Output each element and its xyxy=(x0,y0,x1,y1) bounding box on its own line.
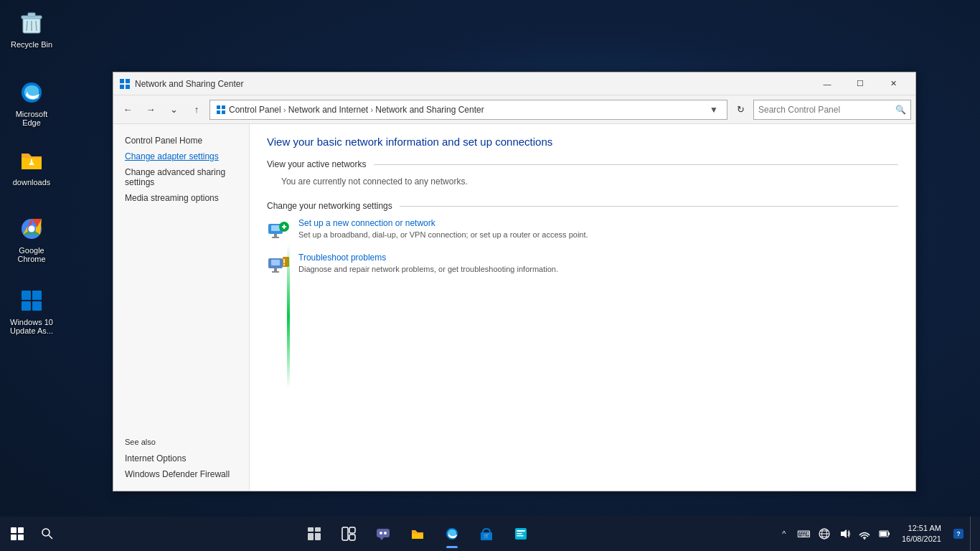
taskbar-explorer[interactable] xyxy=(402,518,433,550)
windows-update-icon xyxy=(17,286,46,315)
svg-rect-20 xyxy=(126,85,130,89)
sidebar-item-change-adapter-settings[interactable]: Change adapter settings xyxy=(113,149,249,164)
svg-rect-34 xyxy=(274,268,277,271)
winupdate-label: Windows 10 Update As... xyxy=(6,318,57,335)
desktop-icon-chrome[interactable]: Google Chrome xyxy=(3,212,60,266)
svg-rect-23 xyxy=(217,110,220,114)
desktop-icon-downloads[interactable]: downloads xyxy=(3,143,60,189)
taskbar-notification-icon[interactable]: ? xyxy=(950,525,967,542)
svg-line-3 xyxy=(27,21,27,31)
networking-settings-label: Change your networking settings xyxy=(267,201,392,211)
svg-rect-42 xyxy=(18,534,24,540)
window-title: Network and Sharing Center xyxy=(135,79,811,89)
maximize-button[interactable]: ☐ xyxy=(844,72,877,95)
svg-rect-70 xyxy=(888,532,890,535)
taskbar-battery-icon[interactable] xyxy=(876,525,893,542)
sidebar-item-media-streaming[interactable]: Media streaming options xyxy=(113,190,249,206)
svg-point-53 xyxy=(380,532,382,534)
networking-settings-header: Change your networking settings xyxy=(267,201,898,211)
forward-button[interactable]: → xyxy=(141,100,161,120)
desktop-icon-winupdate[interactable]: Windows 10 Update As... xyxy=(3,283,60,338)
active-networks-label: View your active networks xyxy=(267,159,367,169)
recycle-bin-icon xyxy=(17,9,46,37)
taskbar-edge[interactable] xyxy=(436,518,468,550)
control-panel-icon xyxy=(216,105,226,115)
breadcrumb-control-panel[interactable]: Control Panel xyxy=(229,105,281,115)
svg-point-12 xyxy=(29,226,35,232)
svg-rect-28 xyxy=(272,237,279,238)
breadcrumb-network-internet[interactable]: Network and Internet xyxy=(288,105,368,115)
taskbar-widgets[interactable] xyxy=(333,518,364,550)
svg-text:🛒: 🛒 xyxy=(484,532,490,539)
taskbar-chat[interactable] xyxy=(367,518,399,550)
svg-rect-13 xyxy=(22,291,31,300)
svg-rect-15 xyxy=(22,301,31,311)
setup-connection-item: Set up a new connection or network Set u… xyxy=(267,218,898,241)
system-tray-expand[interactable]: ^ xyxy=(776,525,793,542)
svg-rect-16 xyxy=(32,301,42,311)
sidebar-item-windows-defender[interactable]: Windows Defender Firewall xyxy=(113,466,249,482)
sidebar-see-also: See also Internet Options Windows Defend… xyxy=(113,426,249,482)
clock-time: 12:51 AM xyxy=(908,523,941,534)
start-button[interactable] xyxy=(0,517,34,551)
taskbar-news[interactable] xyxy=(505,518,537,550)
taskbar-clock[interactable]: 12:51 AM 16/08/2021 xyxy=(896,523,947,545)
desktop-icon-edge[interactable]: Microsoft Edge xyxy=(3,75,60,130)
svg-rect-41 xyxy=(11,534,17,540)
taskbar-store[interactable]: 🛒 xyxy=(471,518,502,550)
svg-rect-18 xyxy=(126,79,130,83)
minimize-button[interactable]: — xyxy=(811,72,844,95)
address-box[interactable]: Control Panel › Network and Internet › N… xyxy=(209,100,727,120)
svg-rect-39 xyxy=(11,527,17,533)
address-dropdown-button[interactable]: ▼ xyxy=(707,100,721,120)
troubleshoot-item: Troubleshoot problems Diagnose and repai… xyxy=(267,253,898,276)
sidebar-item-change-advanced-sharing[interactable]: Change advanced sharing settings xyxy=(113,164,249,190)
svg-rect-50 xyxy=(349,527,355,533)
search-icon[interactable]: 🔍 xyxy=(895,105,906,115)
address-bar: ← → ⌄ ↑ Control Panel › Network and Inte… xyxy=(113,95,915,124)
taskbar-speaker-icon[interactable] xyxy=(836,525,853,542)
svg-rect-61 xyxy=(517,533,522,534)
window-icon xyxy=(119,78,131,90)
taskbar-taskview[interactable] xyxy=(298,518,330,550)
svg-point-68 xyxy=(864,538,865,540)
taskbar-network-icon[interactable] xyxy=(856,525,873,542)
chrome-icon xyxy=(17,215,46,243)
svg-rect-8 xyxy=(31,159,32,164)
setup-connection-content: Set up a new connection or network Set u… xyxy=(298,218,898,240)
taskbar-language-icon[interactable] xyxy=(816,525,833,542)
desktop-icon-recycle-bin[interactable]: Recycle Bin xyxy=(3,6,60,52)
svg-point-38 xyxy=(283,264,285,265)
sidebar-item-internet-options[interactable]: Internet Options xyxy=(113,451,249,466)
svg-line-5 xyxy=(36,21,37,31)
chrome-label: Google Chrome xyxy=(6,246,57,263)
taskbar-keyboard-icon[interactable]: ⌨ xyxy=(796,525,813,542)
main-title: View your basic network information and … xyxy=(267,136,898,148)
edge-label: Microsoft Edge xyxy=(6,110,57,127)
taskbar-search-button[interactable] xyxy=(34,521,60,547)
up-button[interactable]: ↑ xyxy=(187,100,207,120)
sidebar: Control Panel Home Change adapter settin… xyxy=(113,124,250,491)
close-button[interactable]: ✕ xyxy=(877,72,910,95)
main-content: View your basic network information and … xyxy=(250,124,915,491)
troubleshoot-content: Troubleshoot problems Diagnose and repai… xyxy=(298,253,898,275)
taskbar: 🛒 ^ ⌨ xyxy=(0,517,980,551)
svg-rect-71 xyxy=(880,532,887,536)
breadcrumb-network-sharing[interactable]: Network and Sharing Center xyxy=(375,105,484,115)
setup-connection-link[interactable]: Set up a new connection or network xyxy=(298,218,435,228)
svg-rect-22 xyxy=(222,105,225,109)
svg-point-54 xyxy=(384,532,387,534)
back-button[interactable]: ← xyxy=(118,100,138,120)
search-box[interactable]: 🔍 xyxy=(753,100,911,120)
setup-connection-desc: Set up a broadband, dial-up, or VPN conn… xyxy=(298,230,898,240)
sidebar-item-control-panel-home[interactable]: Control Panel Home xyxy=(113,133,249,149)
show-desktop-button[interactable] xyxy=(970,517,974,551)
troubleshoot-link[interactable]: Troubleshoot problems xyxy=(298,253,386,263)
downloads-label: downloads xyxy=(13,178,51,187)
refresh-button[interactable]: ↻ xyxy=(730,100,750,120)
active-networks-header: View your active networks xyxy=(267,159,898,169)
svg-text:?: ? xyxy=(956,530,961,537)
svg-rect-2 xyxy=(28,13,35,17)
recent-button[interactable]: ⌄ xyxy=(164,100,184,120)
search-input[interactable] xyxy=(758,105,895,115)
